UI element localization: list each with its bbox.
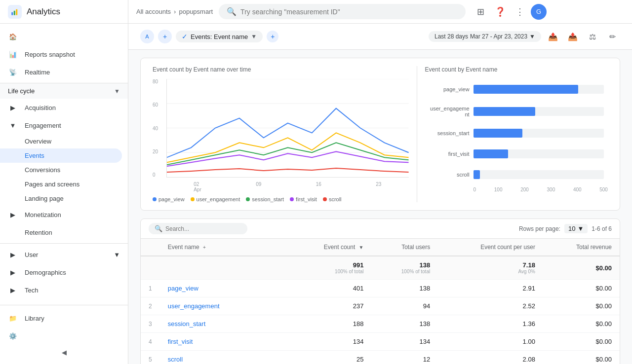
legend-dot-session-start — [246, 197, 250, 201]
realtime-icon: 📡 — [8, 67, 18, 77]
event-link-scroll[interactable]: scroll — [168, 356, 183, 363]
charts-container: Event count by Event name over time 80 6… — [140, 58, 620, 211]
search-input[interactable] — [240, 8, 458, 16]
event-link-user-engagement[interactable]: user_engagement — [168, 302, 220, 310]
sidebar-subitem-conversions[interactable]: Conversions — [0, 163, 122, 177]
table-search-input[interactable] — [165, 225, 241, 232]
col-row-num — [141, 239, 160, 256]
table-row: 5 scroll 25 12 2.08 $0.00 — [141, 351, 620, 364]
legend-dot-scroll — [323, 197, 327, 201]
bar-track-scroll — [474, 170, 604, 179]
col-event-name[interactable]: Event name + — [160, 239, 289, 256]
table-search-bar[interactable]: 🔍 — [149, 223, 247, 234]
line-chart-wrap: 80 60 40 20 0 — [153, 79, 409, 192]
collapse-icon: ◀ — [62, 349, 67, 356]
svg-rect-2 — [16, 9, 17, 15]
settings-icon: ⚙️ — [8, 331, 18, 341]
sidebar-item-demographics[interactable]: ▶ Demographics — [0, 263, 128, 281]
reports-icon: 📊 — [8, 49, 18, 59]
col-event-count[interactable]: Event count ▼ — [289, 239, 372, 256]
bar-row-session-start: session_start — [425, 129, 604, 138]
add-filter-button[interactable]: + — [267, 31, 278, 42]
save-report-button[interactable]: 📤 — [545, 29, 561, 44]
line-chart-title: Event count by Event name over time — [153, 66, 409, 73]
search-bar[interactable]: 🔍 — [219, 4, 466, 19]
compare-button[interactable]: ⚖ — [585, 29, 600, 44]
bar-fill-session-start — [474, 129, 522, 138]
sidebar-subitem-landing-page[interactable]: Landing page — [0, 191, 122, 206]
sidebar-item-user[interactable]: ▶ User ▼ — [0, 246, 128, 263]
lifecycle-chevron-icon: ▼ — [114, 88, 120, 95]
help-icon-button[interactable]: ❓ — [491, 3, 509, 21]
svg-rect-1 — [14, 10, 15, 15]
date-range-selector[interactable]: Last 28 days Mar 27 - Apr 23, 2023 ▼ — [429, 31, 541, 42]
sidebar-item-realtime[interactable]: 📡 Realtime — [0, 63, 122, 81]
sidebar-nav: 🏠 📊 Reports snapshot 📡 Realtime Life cyc… — [0, 24, 128, 305]
sidebar-item-engagement[interactable]: ▼ Engagement — [0, 116, 128, 134]
sidebar-subitem-pages-screens[interactable]: Pages and screens — [0, 177, 122, 191]
sidebar-subitem-events[interactable]: Events — [0, 148, 122, 163]
legend-dot-first-visit — [290, 197, 294, 201]
line-chart-legend: page_view user_engagement session_start … — [153, 196, 409, 202]
table-header-row: Event name + Event count ▼ Total users E… — [141, 239, 620, 256]
event-link-session-start[interactable]: session_start — [168, 320, 206, 328]
col-total-users[interactable]: Total users — [371, 239, 438, 256]
bar-chart-area: page_view user_engagement — [425, 79, 608, 185]
breadcrumb-separator: › — [174, 8, 176, 15]
event-filter-chip[interactable]: ✓ Events: Event name ▼ — [176, 31, 263, 42]
search-icon: 🔍 — [227, 7, 237, 16]
sidebar-subitem-overview[interactable]: Overview — [0, 134, 122, 148]
sidebar-item-library[interactable]: 📁 Library — [0, 309, 128, 327]
sidebar-item-tech[interactable]: ▶ Tech — [0, 281, 128, 299]
chip-dropdown-icon: ▼ — [251, 33, 257, 40]
grid-icon-button[interactable]: ⊞ — [472, 3, 489, 21]
more-icon-button[interactable]: ⋮ — [511, 3, 529, 21]
sidebar-item-home[interactable]: 🏠 — [0, 28, 122, 45]
lifecycle-section: Life cycle ▼ ▶ Acquisition ▼ Engagement … — [0, 83, 128, 241]
bar-track-session-start — [474, 129, 604, 138]
table-row: 4 first_visit 134 134 1.00 $0.00 — [141, 333, 620, 351]
rows-per-page-select[interactable]: 10 ▼ — [564, 224, 588, 233]
retention-icon — [8, 227, 18, 237]
bar-track-page-view — [474, 85, 604, 94]
col-event-count-sort-icon: ▼ — [359, 245, 364, 250]
line-chart-xaxis: 02Apr 09 16 23 — [166, 180, 409, 192]
bar-row-page-view: page_view — [425, 85, 604, 94]
edit-report-button[interactable]: ✏ — [604, 29, 620, 44]
report-header-inner: A + ✓ Events: Event name ▼ + Last 28 day… — [140, 29, 620, 44]
event-link-page-view[interactable]: page_view — [168, 285, 198, 292]
legend-item-session-start: session_start — [246, 196, 284, 202]
sidebar-item-acquisition[interactable]: ▶ Acquisition — [0, 99, 128, 116]
rows-per-page-control: Rows per page: 10 ▼ 1-6 of 6 — [519, 224, 612, 233]
sidebar-item-reports-snapshot[interactable]: 📊 Reports snapshot — [0, 45, 122, 63]
sidebar-collapse-button[interactable]: ◀ — [0, 345, 128, 360]
table-toolbar: 🔍 Rows per page: 10 ▼ 1-6 of 6 — [141, 219, 620, 239]
sidebar-item-monetization[interactable]: ▶ Monetization — [0, 206, 128, 223]
report-header: A + ✓ Events: Event name ▼ + Last 28 day… — [128, 24, 632, 50]
breadcrumb: All accounts › popupsmart — [136, 8, 213, 15]
lifecycle-header[interactable]: Life cycle ▼ — [0, 83, 128, 99]
topbar: All accounts › popupsmart 🔍 ⊞ ❓ ⋮ G — [128, 0, 632, 24]
line-chart-area — [166, 79, 409, 178]
demographics-expand-icon: ▶ — [8, 267, 18, 277]
legend-item-first-visit: first_visit — [290, 196, 317, 202]
event-link-first-visit[interactable]: first_visit — [168, 338, 193, 345]
monetization-expand-icon: ▶ — [8, 210, 18, 219]
table-total-row: 991 100% of total 138 100% of total 7.18… — [141, 256, 620, 280]
bar-row-user-engagement: user_engagement — [425, 106, 604, 117]
user-expand-icon: ▶ — [8, 250, 18, 259]
line-chart-svg — [167, 79, 409, 177]
sidebar-item-settings[interactable]: ⚙️ — [0, 327, 128, 345]
share-report-button[interactable]: 📤 — [565, 29, 581, 44]
user-avatar[interactable]: G — [531, 4, 547, 20]
line-chart-panel: Event count by Event name over time 80 6… — [153, 66, 409, 202]
table-row: 2 user_engagement 237 94 2.52 $0.00 — [141, 297, 620, 315]
col-event-count-per-user[interactable]: Event count per user — [438, 239, 543, 256]
col-total-revenue[interactable]: Total revenue — [543, 239, 620, 256]
sidebar-header: Analytics — [0, 0, 128, 24]
sidebar-item-retention[interactable]: Retention — [0, 223, 122, 241]
home-icon: 🏠 — [8, 32, 18, 41]
bar-track-user-engagement — [474, 107, 604, 116]
chip-check-icon: ✓ — [182, 33, 188, 40]
add-comparison-button[interactable]: + — [158, 30, 172, 43]
